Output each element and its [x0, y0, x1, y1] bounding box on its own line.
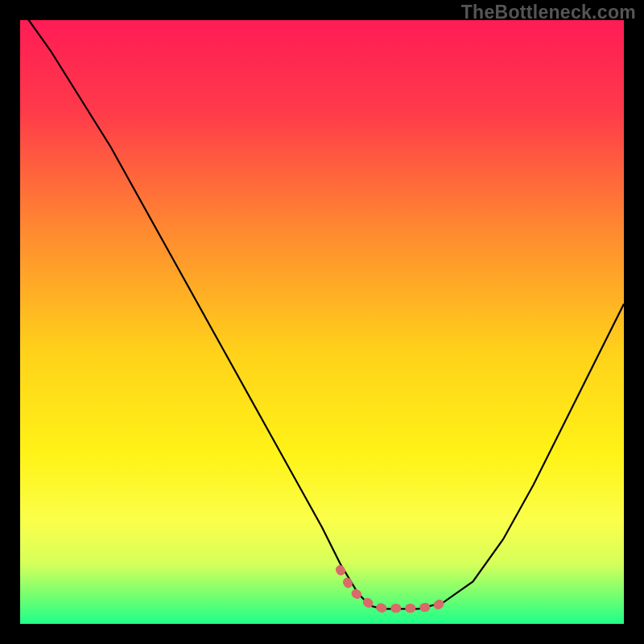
plot-area — [20, 20, 624, 624]
chart-container: TheBottleneck.com — [0, 0, 644, 644]
chart-svg — [20, 20, 624, 624]
watermark-text: TheBottleneck.com — [461, 2, 636, 23]
gradient-background — [20, 20, 624, 624]
